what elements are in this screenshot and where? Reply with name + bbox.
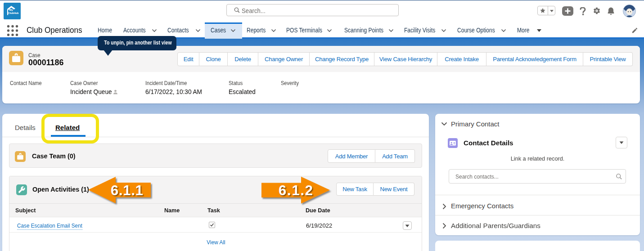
svg-text:My: My — [9, 9, 14, 11]
svg-text:6.1.2: 6.1.2 — [279, 183, 313, 198]
svg-text:6.1.1: 6.1.1 — [111, 183, 143, 198]
svg-text:ClubHub: ClubHub — [8, 12, 19, 14]
